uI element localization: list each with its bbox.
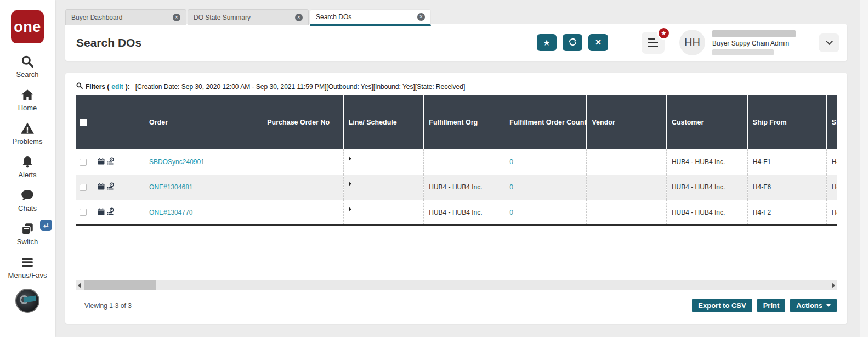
milestones-clock-icon[interactable] (106, 157, 115, 167)
icons-column-header (92, 95, 115, 149)
cell-customer: HUB4 - HUB4 Inc. (666, 200, 747, 225)
column-header-fulfillment-order-count[interactable]: Fulfillment Order Count (504, 95, 587, 149)
user-menu-button[interactable] (819, 33, 839, 52)
column-header-order[interactable]: Order (144, 95, 262, 149)
warning-icon (20, 121, 35, 136)
cell-ship-to-clipped: H4 (826, 175, 837, 200)
avatar-initials: HH (684, 36, 700, 49)
tab-buyer-dashboard[interactable]: Buyer Dashboard (65, 9, 186, 25)
close-icon[interactable] (173, 14, 180, 21)
actions-button-label: Actions (796, 301, 822, 310)
fulfillment-order-count-link[interactable]: 0 (509, 209, 513, 216)
search-icon (20, 54, 35, 69)
switch-icon (20, 222, 35, 236)
cell-fulfillment-org: HUB4 - HUB4 Inc. (424, 200, 504, 225)
row-checkbox[interactable] (80, 184, 87, 191)
table-row[interactable]: SBDOSync240901 0 HUB4 - HUB4 Inc. H4-F1 … (76, 149, 837, 175)
sidebar-label: Switch (17, 238, 38, 246)
export-to-csv-button[interactable]: Export to CSV (692, 299, 752, 312)
print-button[interactable]: Print (757, 299, 786, 312)
filters-summary: [Creation Date: Sep 30, 2020 12:00 AM - … (135, 83, 466, 91)
column-header-vendor[interactable]: Vendor (587, 95, 666, 149)
calendar-icon[interactable] (97, 182, 105, 192)
expand-caret-icon[interactable] (349, 156, 351, 161)
scroll-left-arrow-icon[interactable] (78, 283, 81, 288)
switch-badge-icon[interactable]: ⇄ (40, 220, 52, 231)
column-header-ship-to-clipped[interactable]: Sh (826, 95, 837, 149)
milestones-clock-icon[interactable] (106, 207, 115, 217)
horizontal-scrollbar[interactable] (76, 280, 837, 290)
logo-text: one (14, 19, 41, 36)
scroll-right-arrow-icon[interactable] (832, 283, 835, 288)
redacted-user-name (712, 30, 796, 37)
select-all-checkbox[interactable] (80, 119, 87, 126)
sidebar-item-menus-favs[interactable]: Menus/Favs (8, 255, 47, 279)
filters-edit-link[interactable]: edit (111, 83, 123, 91)
cell-vendor (587, 149, 666, 175)
expand-caret-icon[interactable] (349, 207, 351, 211)
close-screen-button[interactable] (588, 34, 608, 51)
table-row[interactable]: ONE#1304681 HUB4 - HUB4 Inc. 0 HUB4 - HU… (76, 175, 837, 200)
column-header-purchase-order-no[interactable]: Purchase Order No (262, 95, 343, 149)
fulfillment-order-count-link[interactable]: 0 (509, 158, 513, 166)
expand-caret-icon[interactable] (349, 182, 351, 186)
quick-menu-button[interactable] (642, 32, 665, 54)
results-table: Order Purchase Order No Line/ Schedule F… (76, 95, 837, 226)
results-table-wrap: Order Purchase Order No Line/ Schedule F… (76, 95, 837, 226)
user-role: Buyer Suppy Chain Admin (712, 40, 796, 47)
close-icon (595, 37, 602, 48)
star-icon (543, 38, 550, 48)
sidebar-label: Home (18, 104, 37, 112)
calendar-icon[interactable] (97, 157, 105, 167)
sidebar-item-home[interactable]: Home (18, 88, 37, 112)
sidebar-item-alerts[interactable]: Alerts (18, 155, 36, 179)
row-checkbox[interactable] (80, 209, 87, 216)
filters-label: Filters ( (86, 83, 109, 91)
tab-do-state-summary[interactable]: DO State Summary (188, 9, 309, 25)
column-header-fulfillment-org[interactable]: Fulfillment Org (424, 95, 504, 149)
cell-purchase-order-no (262, 175, 343, 200)
milestones-clock-icon[interactable] (106, 182, 115, 192)
page-title: Search DOs (76, 36, 141, 49)
page-header: Search DOs HH Buyer Suppy Chain Admin (65, 24, 847, 61)
sidebar-item-switch[interactable]: Switch ⇄ (17, 222, 38, 246)
sidebar-item-problems[interactable]: Problems (13, 121, 43, 145)
cell-fulfillment-org (424, 149, 504, 175)
sidebar-item-chats[interactable]: Chats (18, 188, 37, 212)
refresh-button[interactable] (563, 34, 582, 51)
favorite-button[interactable] (537, 34, 557, 51)
cell-purchase-order-no (262, 149, 343, 175)
cell-ship-from: H4-F2 (747, 200, 826, 225)
caret-down-icon (826, 304, 831, 307)
scrollbar-thumb[interactable] (84, 280, 156, 290)
column-header-ship-from[interactable]: Ship From (747, 95, 826, 149)
close-icon[interactable] (295, 14, 303, 21)
window-scrollbar[interactable] (860, 0, 868, 337)
cell-vendor (587, 200, 666, 225)
column-header-customer[interactable]: Customer (666, 95, 747, 149)
cell-fulfillment-org: HUB4 - HUB4 Inc. (424, 175, 504, 200)
bell-icon (20, 155, 35, 169)
footer-buttons: Export to CSV Print Actions (692, 299, 837, 312)
row-checkbox[interactable] (80, 159, 87, 166)
tab-label: DO State Summary (194, 14, 251, 21)
user-avatar[interactable]: HH (679, 30, 705, 55)
robot-visor-decor (24, 295, 36, 302)
robot-avatar[interactable] (15, 289, 39, 313)
column-header-line-schedule[interactable]: Line/ Schedule (343, 95, 424, 149)
order-link[interactable]: SBDOSync240901 (149, 158, 205, 166)
actions-button[interactable]: Actions (790, 299, 837, 312)
tab-label: Buyer Dashboard (71, 14, 122, 21)
header-actions (537, 34, 608, 51)
order-link[interactable]: ONE#1304681 (149, 183, 192, 191)
table-row[interactable]: ONE#1304770 HUB4 - HUB4 Inc. 0 HUB4 - HU… (76, 200, 837, 225)
cell-customer: HUB4 - HUB4 Inc. (666, 175, 747, 200)
expand-column-header (115, 95, 144, 149)
fulfillment-order-count-link[interactable]: 0 (509, 183, 513, 191)
close-icon[interactable] (417, 13, 425, 21)
one-logo[interactable]: one (11, 10, 44, 43)
sidebar-item-search[interactable]: Search (16, 54, 38, 78)
order-link[interactable]: ONE#1304770 (149, 209, 192, 216)
tab-search-dos[interactable]: Search DOs (310, 9, 431, 26)
calendar-icon[interactable] (97, 207, 105, 217)
